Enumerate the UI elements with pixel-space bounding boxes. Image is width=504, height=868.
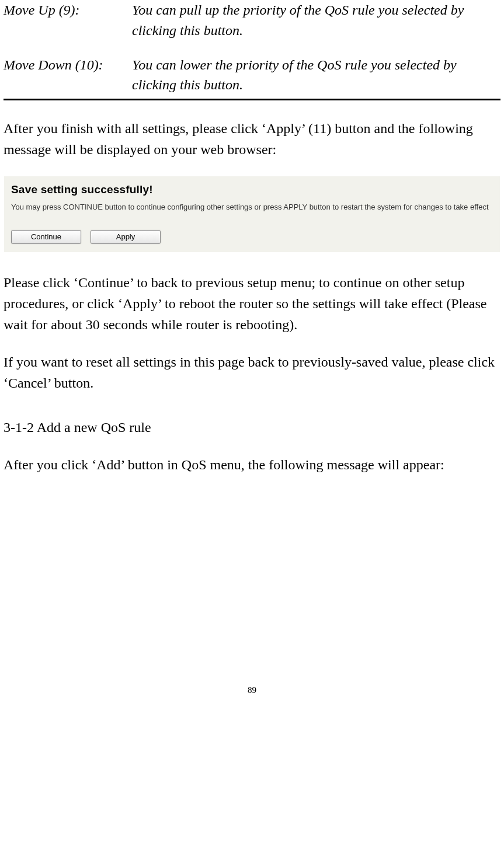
definition-term: Move Up (9): xyxy=(4,0,132,41)
definition-term: Move Down (10): xyxy=(4,55,132,96)
paragraph: After you click ‘Add’ button in QoS menu… xyxy=(4,454,500,475)
section-heading: 3-1-2 Add a new QoS rule xyxy=(4,417,500,438)
definition-description: You can lower the priority of the QoS ru… xyxy=(132,55,500,96)
paragraph: After you finish with all settings, plea… xyxy=(4,118,500,160)
embedded-screenshot: Save setting successfully! You may press… xyxy=(4,176,500,252)
screenshot-button-row: Continue Apply xyxy=(11,230,495,244)
definition-row: Move Down (10): You can lower the priori… xyxy=(4,55,500,96)
continue-button[interactable]: Continue xyxy=(11,230,81,244)
paragraph: If you want to reset all settings in thi… xyxy=(4,351,500,393)
page-number: 89 xyxy=(4,685,500,701)
screenshot-message: You may press CONTINUE button to continu… xyxy=(11,202,495,212)
definition-list: Move Up (9): You can pull up the priorit… xyxy=(4,0,500,95)
definition-row: Move Up (9): You can pull up the priorit… xyxy=(4,0,500,41)
definition-description: You can pull up the priority of the QoS … xyxy=(132,0,500,41)
divider xyxy=(4,99,500,100)
apply-button[interactable]: Apply xyxy=(91,230,161,244)
screenshot-title: Save setting successfully! xyxy=(11,183,495,196)
paragraph: Please click ‘Continue’ to back to previ… xyxy=(4,272,500,335)
